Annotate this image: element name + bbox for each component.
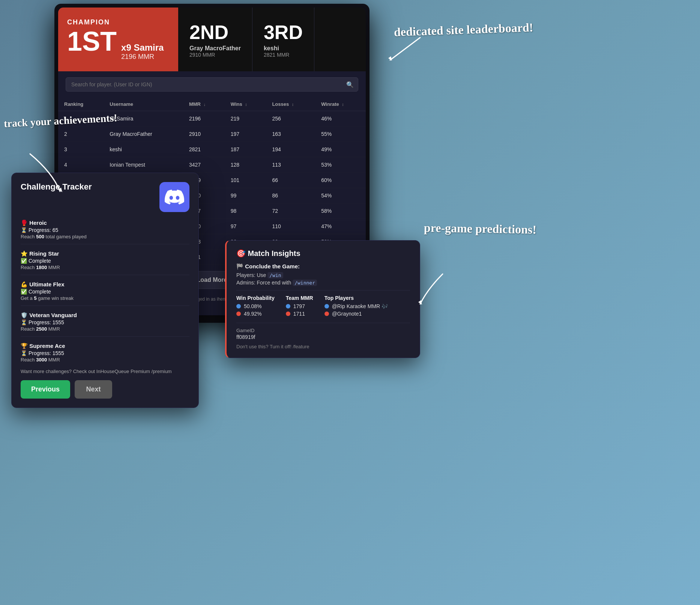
- cell-mmr: 2821: [183, 142, 225, 157]
- champion-block: CHAMPION 1ST x9 Samira 2196 MMR: [58, 8, 178, 71]
- cell-wins: 99: [225, 188, 266, 203]
- red-mmr-value: 1711: [293, 311, 305, 317]
- challenge-status-3: ⏳ Progress: 1555: [21, 319, 189, 325]
- challenge-divider-0: [21, 244, 189, 244]
- col-wins[interactable]: Wins ↕: [225, 98, 266, 111]
- game-id-section: GameID ff08919f: [236, 328, 410, 340]
- game-id-value: ff08919f: [236, 334, 410, 340]
- win-prob-title: Win Probability: [236, 295, 275, 301]
- discord-logo: [159, 182, 189, 212]
- cell-wins: 187: [225, 142, 266, 157]
- challenge-name-3: 🛡️ Veteran Vanguard: [21, 312, 189, 319]
- previous-button[interactable]: Previous: [21, 380, 70, 399]
- challenge-desc-4: Reach 3000 MMR: [21, 357, 189, 363]
- second-rank: 2ND: [189, 21, 241, 44]
- red-mmr-item: 1711: [286, 311, 313, 317]
- challenge-status-4: ⏳ Progress: 1555: [21, 350, 189, 356]
- challenge-desc-3: Reach 2500 MMR: [21, 326, 189, 332]
- conclude-title: 🏁 Conclude the Game:: [236, 263, 410, 270]
- cell-wins: 101: [225, 173, 266, 188]
- cell-losses: 256: [266, 111, 315, 126]
- cell-winrate: 46%: [315, 111, 366, 126]
- cell-rank: 2: [58, 126, 104, 142]
- cell-winrate: 54%: [315, 188, 366, 203]
- red-top-item: @Graynote1: [324, 311, 388, 317]
- challenge-status-2: ✅ Complete: [21, 289, 189, 295]
- col-username[interactable]: Username: [104, 98, 183, 111]
- win-prob-col: Win Probability 50.08% 49.92%: [236, 295, 275, 318]
- cell-winrate: 49%: [315, 142, 366, 157]
- cell-wins: 128: [225, 157, 266, 173]
- match-insights-window: 🎯 Match Insights 🏁 Conclude the Game: Pl…: [225, 240, 420, 358]
- challenge-tracker-window: Challenge Tracker 🥊 Heroic⏳ Progress: 65…: [11, 173, 199, 408]
- win-command: /win: [267, 272, 283, 278]
- team-mmr-title: Team MMR: [286, 295, 313, 301]
- challenges-list: 🥊 Heroic⏳ Progress: 65Reach 500 total ga…: [21, 220, 189, 363]
- challenge-desc-0: Reach 500 total games played: [21, 234, 189, 239]
- table-row[interactable]: 4Ionian Tempest342712811353%: [58, 157, 366, 173]
- cell-rank: 3: [58, 142, 104, 157]
- red-prob-value: 49.92%: [244, 311, 261, 317]
- challenge-title: Challenge Tracker: [21, 182, 92, 192]
- blue-dot: [236, 304, 241, 309]
- blue-mmr-value: 1797: [293, 303, 305, 309]
- cell-wins: 98: [225, 203, 266, 219]
- col-losses[interactable]: Losses ↕: [266, 98, 315, 111]
- challenge-desc-2: Get a 5 game win streak: [21, 295, 189, 301]
- match-divider-1: [236, 290, 410, 290]
- challenge-divider-3: [21, 336, 189, 337]
- table-row[interactable]: 1x9 Samira219621925646%: [58, 111, 366, 126]
- champion-mmr: 2196 MMR: [121, 53, 164, 61]
- cell-wins: 219: [225, 111, 266, 126]
- champion-rank: 1ST: [67, 28, 117, 55]
- challenge-name-2: 💪 Ultimate Flex: [21, 281, 189, 288]
- challenge-item-1: ⭐ Rising Star✅ CompleteReach 1800 MMR: [21, 250, 189, 275]
- third-mmr: 2821 MMR: [264, 52, 303, 58]
- champion-name: x9 Samira: [121, 42, 164, 53]
- challenge-name-0: 🥊 Heroic: [21, 220, 189, 226]
- red-top-dot: [324, 312, 329, 316]
- cell-winrate: 47%: [315, 219, 366, 234]
- next-button[interactable]: Next: [75, 380, 112, 399]
- third-place-block: 3RD keshi 2821 MMR: [252, 8, 314, 71]
- blue-top-item: @Rip Karaoke MMR 🎶: [324, 303, 388, 309]
- cell-rank: 4: [58, 157, 104, 173]
- col-ranking[interactable]: Ranking: [58, 98, 104, 111]
- top-players-col: Top Players @Rip Karaoke MMR 🎶 @Graynote…: [324, 295, 388, 318]
- challenge-item-4: 🏆 Supreme Ace⏳ Progress: 1555Reach 3000 …: [21, 343, 189, 363]
- cell-winrate: 60%: [315, 173, 366, 188]
- blue-prob-value: 50.08%: [244, 303, 261, 309]
- blue-prob-item: 50.08%: [236, 303, 275, 309]
- challenge-status-1: ✅ Complete: [21, 258, 189, 264]
- cell-username: keshi: [104, 142, 183, 157]
- cell-username: Ionian Tempest: [104, 157, 183, 173]
- blue-top-dot: [324, 304, 329, 309]
- cell-winrate: 58%: [315, 203, 366, 219]
- third-name: keshi: [264, 45, 303, 52]
- col-mmr[interactable]: MMR ↓: [183, 98, 225, 111]
- challenge-name-4: 🏆 Supreme Ace: [21, 343, 189, 349]
- challenge-divider-1: [21, 275, 189, 275]
- blue-mmr-item: 1797: [286, 303, 313, 309]
- search-input[interactable]: [66, 77, 358, 92]
- cell-losses: 110: [266, 219, 315, 234]
- blue-top-player: @Rip Karaoke MMR 🎶: [332, 303, 388, 309]
- players-text: Players: Use /win: [236, 272, 410, 278]
- challenge-item-0: 🥊 Heroic⏳ Progress: 65Reach 500 total ga…: [21, 220, 189, 244]
- table-row[interactable]: 2Gray MacroFather291019716355%: [58, 126, 366, 142]
- premium-text: Want more challenges? Check out InHouseQ…: [21, 369, 189, 374]
- second-place-block: 2ND Gray MacroFather 2910 MMR: [178, 8, 252, 71]
- cell-rank: 1: [58, 111, 104, 126]
- table-row[interactable]: 3keshi282118719449%: [58, 142, 366, 157]
- cell-winrate: 53%: [315, 157, 366, 173]
- challenge-item-3: 🛡️ Veteran Vanguard⏳ Progress: 1555Reach…: [21, 312, 189, 337]
- cell-losses: 66: [266, 173, 315, 188]
- col-winrate[interactable]: Winrate ↕: [315, 98, 366, 111]
- third-rank: 3RD: [264, 21, 303, 44]
- cell-wins: 197: [225, 126, 266, 142]
- second-name: Gray MacroFather: [189, 45, 241, 52]
- match-divider-2: [236, 323, 410, 323]
- search-icon: 🔍: [346, 81, 354, 88]
- challenge-desc-1: Reach 1800 MMR: [21, 265, 189, 270]
- winner-command: /winner: [293, 280, 317, 286]
